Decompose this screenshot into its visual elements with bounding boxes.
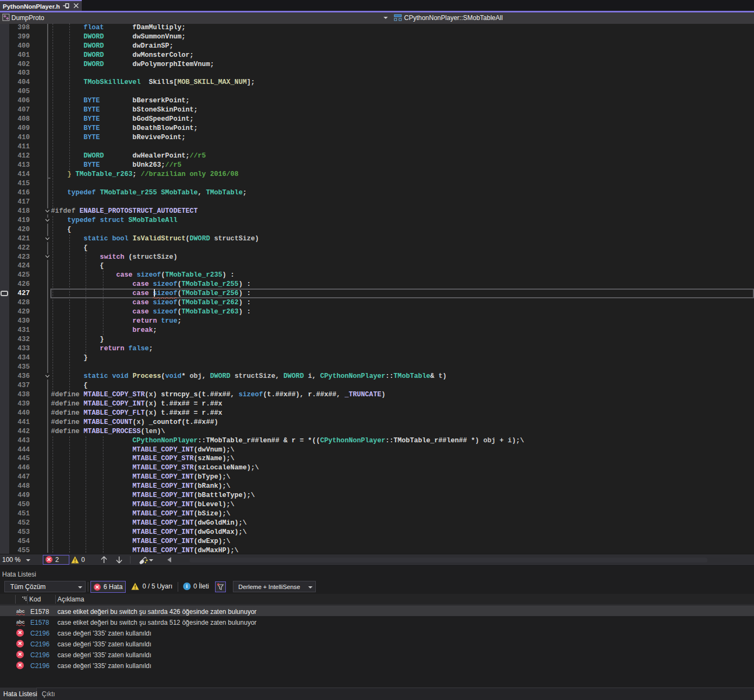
svg-text:abc: abc	[16, 619, 25, 625]
svg-text:abc: abc	[16, 609, 25, 614]
